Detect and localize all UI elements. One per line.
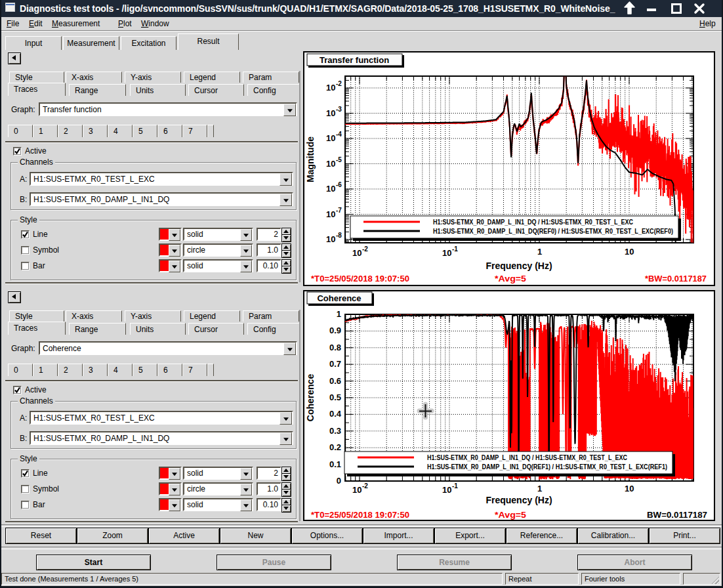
svg-text:H1:SUS-ETMX_R0_DAMP_L_IN1_DQ(R: H1:SUS-ETMX_R0_DAMP_L_IN1_DQ(REF0) / H1:…	[433, 228, 673, 235]
svg-text:10: 10	[326, 159, 335, 169]
svg-text:-3: -3	[336, 106, 342, 113]
svg-text:10: 10	[442, 248, 451, 258]
svg-text:10: 10	[352, 248, 362, 258]
svg-text:0.6: 0.6	[329, 376, 341, 386]
svg-text:1: 1	[337, 309, 341, 319]
svg-text:H1:SUS-ETMX_R0_DAMP_L_IN1_DQ(R: H1:SUS-ETMX_R0_DAMP_L_IN1_DQ(REF1) / H1:…	[427, 463, 667, 471]
svg-text:*Avg=5: *Avg=5	[495, 510, 526, 520]
svg-text:H1:SUS-ETMX_R0_DAMP_L_IN1_DQ /: H1:SUS-ETMX_R0_DAMP_L_IN1_DQ / H1:SUS-ET…	[427, 454, 627, 461]
svg-text:BW=0.0117187: BW=0.0117187	[647, 510, 707, 520]
svg-text:0.4: 0.4	[329, 409, 342, 419]
svg-text:Coherence: Coherence	[317, 293, 361, 303]
svg-text:Frequency (Hz): Frequency (Hz)	[485, 261, 552, 271]
svg-text:-8: -8	[336, 232, 342, 239]
svg-text:1: 1	[537, 247, 542, 257]
svg-text:10: 10	[326, 83, 335, 93]
svg-text:Frequency (Hz): Frequency (Hz)	[485, 495, 552, 505]
svg-text:H1:SUS-ETMX_R0_DAMP_L_IN1_DQ /: H1:SUS-ETMX_R0_DAMP_L_IN1_DQ / H1:SUS-ET…	[433, 219, 633, 226]
svg-text:-2: -2	[362, 245, 368, 253]
svg-text:*BW=0.0117187: *BW=0.0117187	[645, 274, 707, 284]
svg-text:0.3: 0.3	[329, 426, 341, 436]
svg-text:10: 10	[625, 484, 634, 494]
svg-text:10: 10	[326, 184, 335, 194]
svg-text:Magnitude: Magnitude	[305, 136, 316, 182]
svg-text:0.2: 0.2	[329, 442, 341, 452]
svg-text:*Avg=5: *Avg=5	[495, 274, 526, 284]
svg-text:0: 0	[337, 476, 341, 486]
svg-text:0.8: 0.8	[329, 343, 341, 352]
svg-text:-1: -1	[452, 245, 458, 253]
svg-text:10: 10	[442, 485, 451, 495]
svg-text:10: 10	[326, 108, 335, 118]
svg-text:0.5: 0.5	[329, 392, 341, 402]
svg-text:*T0=25/05/2018 19:07:50: *T0=25/05/2018 19:07:50	[311, 274, 409, 284]
svg-text:-1: -1	[452, 482, 458, 490]
svg-text:-5: -5	[336, 156, 342, 163]
svg-text:10: 10	[326, 133, 335, 143]
svg-text:10: 10	[625, 247, 634, 257]
svg-text:10: 10	[326, 234, 335, 244]
svg-text:-2: -2	[362, 482, 368, 490]
svg-text:-7: -7	[336, 207, 342, 214]
svg-text:0.7: 0.7	[329, 359, 341, 369]
svg-text:-4: -4	[336, 131, 342, 138]
svg-text:*T0=25/05/2018 19:07:50: *T0=25/05/2018 19:07:50	[311, 510, 409, 520]
svg-text:Transfer function: Transfer function	[320, 55, 389, 65]
svg-text:0.9: 0.9	[329, 326, 341, 335]
svg-text:-2: -2	[336, 80, 342, 87]
svg-text:10: 10	[326, 209, 335, 219]
svg-text:10: 10	[352, 485, 362, 495]
svg-text:1: 1	[537, 484, 542, 494]
svg-text:0.1: 0.1	[329, 459, 341, 469]
svg-text:Coherence: Coherence	[305, 374, 316, 422]
svg-text:-6: -6	[336, 181, 342, 188]
